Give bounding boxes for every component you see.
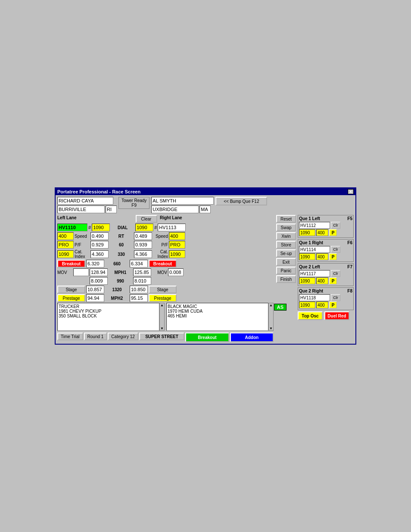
row-pf-60: P/F 60 P/F (57, 241, 274, 249)
left-prestage-button[interactable]: Prestage (57, 294, 85, 302)
left-catindex-label: Cat. Index (75, 249, 90, 259)
addon-button[interactable]: Addon (230, 333, 274, 342)
right-mph2-col2[interactable] (130, 294, 148, 302)
right-breakout-button[interactable]: Breakout (149, 260, 177, 268)
left-state-input[interactable] (106, 205, 117, 213)
que1-right-p[interactable]: P (329, 253, 337, 260)
right-catindex-input[interactable] (169, 250, 185, 258)
right-name-input[interactable] (151, 197, 214, 205)
que2-left-title: Que 2 Left F7 (299, 264, 352, 269)
que2-left-clr[interactable]: Clr (331, 270, 340, 277)
que1-right-id[interactable] (299, 246, 330, 253)
que2-right-p[interactable]: P (329, 302, 337, 308)
exit-button[interactable]: Exit (276, 258, 296, 266)
right-car-id[interactable] (158, 224, 186, 231)
que2-right-clr[interactable]: Clr (331, 294, 340, 301)
que2-left-speed[interactable] (316, 277, 328, 284)
close-button[interactable]: X (348, 189, 354, 194)
que1-left-id[interactable] (299, 222, 330, 229)
dual-red-button[interactable]: Duel Red (324, 311, 349, 320)
que2-left-dial[interactable] (299, 277, 315, 284)
left-990-col2[interactable] (90, 277, 108, 285)
que1-right-label: Que 1 Right (299, 240, 323, 245)
time-trial-status: Time Trial (57, 333, 83, 340)
left-catindex-input[interactable] (57, 250, 74, 258)
reset-button[interactable]: Reset (276, 215, 296, 223)
store-button[interactable]: Store (276, 241, 296, 249)
que2-right-id[interactable] (299, 294, 330, 301)
left-info-line3: 350 SMALL BLOCK (59, 314, 158, 318)
xwin-button[interactable]: Xwin (276, 232, 296, 240)
right-330-col2[interactable] (134, 250, 152, 258)
que1-right-speed[interactable] (316, 253, 328, 260)
right-rt-col2[interactable] (134, 232, 152, 240)
right-info-line3: 465 HEMI (168, 314, 267, 318)
finish-button[interactable]: Finish (276, 275, 296, 283)
swap-button[interactable]: Swap (276, 224, 296, 231)
left-breakout-button[interactable]: Breakout (57, 260, 85, 268)
right-info-box: BLACK MAGIC 1970 HEMI CUDA 465 HEMI (166, 303, 268, 331)
que1-left-speed[interactable] (316, 229, 328, 236)
left-rt-col2[interactable] (90, 232, 109, 240)
que1-right-clr[interactable]: Clr (331, 246, 340, 253)
right-city-input[interactable] (151, 205, 199, 213)
clear-button[interactable]: Clear (136, 215, 157, 223)
right-state-input[interactable] (199, 205, 211, 213)
que2-left-row1: Clr (299, 270, 352, 277)
right-scroll-up[interactable]: ▲ (269, 303, 273, 307)
left-660-col2[interactable] (86, 260, 104, 268)
left-mph2-col2[interactable] (86, 294, 104, 302)
left-scroll-down[interactable]: ▼ (160, 327, 164, 330)
right-60-col2[interactable] (134, 241, 152, 249)
que2-right-dial[interactable] (299, 302, 315, 308)
top-osc-button[interactable]: Top Osc (298, 311, 323, 320)
left-info-line1: TRUCKER (59, 304, 158, 309)
panic-button[interactable]: Panic (276, 267, 296, 274)
row-catindex: Cat. Index 330 Cat. Index (57, 249, 274, 259)
que1-right-dial[interactable] (299, 253, 315, 260)
que2-right-group: Que 2 Right F8 Clr P (298, 287, 354, 310)
left-city-input[interactable] (57, 205, 105, 213)
right-mph1-col2[interactable] (133, 268, 151, 276)
setup-button[interactable]: Se-up (276, 249, 296, 257)
right-prestage-button[interactable]: Prestage (149, 294, 177, 302)
right-1320-col2[interactable] (130, 286, 148, 293)
right-660-col2[interactable] (130, 260, 148, 268)
right-mov-input[interactable] (168, 268, 184, 276)
right-speed-input[interactable] (169, 232, 185, 240)
right-info-line1: BLACK MAGIC (168, 304, 267, 309)
as-badge: AS (274, 304, 286, 311)
left-330-col2[interactable] (90, 250, 109, 258)
que1-left-clr[interactable]: Clr (331, 222, 340, 229)
left-car-id[interactable] (57, 224, 87, 231)
que1-left-p[interactable]: P (329, 229, 337, 236)
right-hash: # (154, 225, 157, 230)
que1-left-dial[interactable] (299, 229, 315, 236)
right-dial-input[interactable] (135, 224, 153, 231)
left-1320-col2[interactable] (86, 286, 104, 293)
que2-left-id[interactable] (299, 270, 330, 277)
left-mov-input[interactable] (73, 268, 89, 276)
left-pf-input[interactable] (57, 241, 74, 249)
right-stage-button[interactable]: Stage (149, 286, 177, 293)
left-speed-input[interactable] (57, 232, 74, 240)
left-dial-input[interactable] (92, 224, 110, 231)
que1-right-row2: P (299, 253, 352, 260)
right-pf-input[interactable] (169, 241, 185, 249)
left-speed-label: Speed (75, 234, 90, 239)
left-scrollbar[interactable]: ▲ ▼ (159, 303, 165, 331)
bottom-breakout-button[interactable]: Breakout (185, 333, 229, 342)
right-catindex-label: Cat. Index (153, 249, 168, 259)
right-990-col2[interactable] (133, 277, 151, 285)
que2-right-speed[interactable] (316, 302, 328, 308)
left-60-col2[interactable] (90, 241, 109, 249)
left-mph1-col2[interactable] (90, 268, 108, 276)
bump-que-button[interactable]: << Bump Que F12 (215, 197, 267, 205)
left-scroll-up[interactable]: ▲ (160, 303, 164, 307)
right-scroll-down[interactable]: ▼ (269, 327, 273, 330)
left-name-input[interactable] (57, 197, 113, 205)
que2-left-p[interactable]: P (329, 277, 337, 284)
left-stage-button[interactable]: Stage (57, 286, 85, 293)
que1-left-key: F5 (347, 216, 352, 221)
right-scrollbar[interactable]: ▲ ▼ (268, 303, 274, 331)
